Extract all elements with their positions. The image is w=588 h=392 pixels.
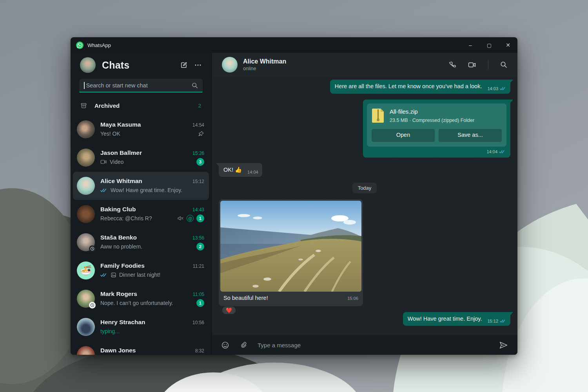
message-time: 15:12	[487, 318, 498, 324]
message-outgoing-text[interactable]: Wow! Have great time. Enjoy. 15:12	[403, 312, 510, 326]
file-name: All-files.zip	[390, 108, 474, 116]
close-button[interactable]: ✕	[499, 37, 517, 53]
chat-preview: Rebecca: @Chris R?	[100, 215, 174, 221]
divider	[488, 60, 488, 69]
unread-badge: 2	[196, 243, 204, 250]
save-as-button[interactable]: Save as...	[439, 129, 502, 142]
typing-indicator: typing...	[100, 328, 204, 334]
chat-list-item-family-foodies[interactable]: 🍜 Family Foodies11:21 Dinner last night!	[73, 256, 209, 285]
message-time: 14:04	[247, 169, 258, 175]
chat-list-item-jason[interactable]: Jason Ballmer15:26 Video 3	[73, 143, 209, 172]
archived-chats-row[interactable]: Archived 2	[71, 97, 211, 114]
pending-clock-icon	[89, 302, 96, 309]
chat-time: 14:43	[192, 207, 204, 212]
contact-status: online	[243, 66, 443, 71]
conversation-pane: Alice Whitman online Here are all the fi…	[212, 53, 517, 355]
avatar	[77, 149, 95, 167]
message-list: Here are all the files. Let me know once…	[212, 76, 517, 335]
voice-call-button[interactable]	[449, 61, 456, 69]
chat-list-item-stasa[interactable]: Staša Benko13:56 Aww no problem. 2	[73, 228, 209, 256]
archived-label: Archived	[94, 102, 191, 109]
menu-button[interactable]	[194, 61, 202, 69]
chat-name: Dawn Jones	[100, 347, 136, 354]
chat-list-item-mark[interactable]: Mark Rogers11:05 Nope. I can’t go unfort…	[73, 285, 209, 313]
emoji-button[interactable]	[221, 341, 229, 349]
chat-name: Maya Kasuma	[100, 121, 141, 128]
chat-list-item-dawn[interactable]: Dawn Jones8:32	[73, 341, 209, 355]
open-file-button[interactable]: Open	[372, 129, 435, 142]
minimize-button[interactable]: –	[461, 37, 480, 53]
photo-attachment-icon	[111, 272, 116, 278]
date-divider: Today	[352, 183, 377, 193]
message-text: Here are all the files. Let me know once…	[335, 83, 482, 89]
avatar	[77, 120, 95, 138]
file-meta: 23.5 MB · Compressed (zipped) Folder	[390, 117, 474, 124]
window-title: WhatsApp	[87, 42, 111, 48]
chat-time: 10:56	[192, 320, 204, 325]
attach-button[interactable]	[240, 341, 247, 349]
message-composer: Type a message	[212, 335, 517, 355]
unread-badge: 3	[196, 158, 204, 166]
archive-icon	[80, 102, 87, 109]
message-outgoing-text[interactable]: Here are all the files. Let me know once…	[330, 80, 510, 94]
chat-list-item-alice[interactable]: Alice Whitman15:12 Wow! Have great time.…	[73, 172, 209, 200]
search-input[interactable]: Search or start new chat	[79, 79, 203, 93]
chat-time: 14:54	[192, 122, 204, 128]
avatar	[77, 346, 95, 355]
unread-badge: 1	[196, 214, 204, 222]
profile-avatar[interactable]	[80, 57, 96, 73]
chat-list-item-baking-club[interactable]: Baking Club14:43 Rebecca: @Chris R? @ 1	[73, 200, 209, 228]
message-input[interactable]: Type a message	[258, 342, 489, 348]
search-icon	[192, 82, 198, 89]
video-attachment-icon	[100, 159, 107, 165]
chat-preview: Video	[110, 159, 194, 165]
chat-time: 15:26	[192, 151, 204, 156]
chat-time: 15:12	[192, 179, 204, 184]
send-button[interactable]	[499, 341, 508, 349]
whatsapp-window: WhatsApp – ▢ ✕ Chats Search or start new…	[71, 37, 517, 355]
chat-preview: Nope. I can’t go unfortunately.	[100, 300, 194, 306]
mention-icon: @	[187, 215, 194, 222]
chat-name: Mark Rogers	[100, 290, 137, 298]
chat-time: 11:21	[193, 263, 204, 269]
search-in-chat-button[interactable]	[500, 61, 507, 68]
zip-file-icon	[372, 108, 385, 123]
read-ticks-icon	[500, 319, 506, 323]
avatar	[77, 290, 95, 308]
chat-preview: Wow! Have great time. Enjoy.	[111, 187, 204, 193]
chat-time: 11:05	[193, 292, 204, 297]
window-titlebar: WhatsApp – ▢ ✕	[71, 37, 517, 53]
chat-time: 8:32	[195, 348, 204, 354]
message-incoming-image[interactable]: So beautiful here! 15:06 ❤️	[219, 199, 363, 306]
heart-reaction-badge[interactable]: ❤️	[222, 306, 236, 314]
chats-title: Chats	[102, 60, 174, 71]
text-caret	[84, 82, 85, 89]
image-caption: So beautiful here!	[223, 294, 268, 302]
message-outgoing-file[interactable]: All-files.zip 23.5 MB · Compressed (zipp…	[363, 100, 510, 158]
new-chat-button[interactable]	[180, 61, 188, 69]
sidebar-header: Chats	[71, 54, 211, 76]
chat-name: Staša Benko	[100, 234, 137, 241]
avatar	[77, 318, 95, 336]
contact-avatar[interactable]	[222, 57, 238, 73]
pending-clock-icon	[89, 245, 96, 252]
muted-icon	[177, 216, 184, 221]
chat-list-item-henry[interactable]: Henry Strachan10:56 typing...	[73, 313, 209, 341]
message-time: 14:04	[486, 149, 497, 155]
landscape-photo	[220, 201, 361, 292]
avatar	[77, 177, 95, 195]
sidebar: Chats Search or start new chat Archived …	[71, 53, 212, 355]
conversation-header: Alice Whitman online	[212, 53, 517, 76]
read-ticks-icon	[100, 273, 108, 277]
read-ticks-icon	[100, 188, 108, 192]
maximize-button[interactable]: ▢	[480, 37, 499, 53]
chat-name: Henry Strachan	[100, 319, 145, 326]
chat-list-item-maya[interactable]: Maya Kasuma14:54 Yes! OK	[73, 115, 209, 143]
avatar: 🍜	[77, 261, 95, 279]
message-incoming-text[interactable]: OK! 👍 14:04	[219, 163, 262, 177]
video-call-button[interactable]	[468, 62, 476, 68]
search-placeholder: Search or start new chat	[85, 82, 191, 89]
chat-name: Alice Whitman	[100, 178, 142, 185]
read-ticks-icon	[500, 87, 506, 91]
message-text: Wow! Have great time. Enjoy.	[408, 316, 482, 322]
